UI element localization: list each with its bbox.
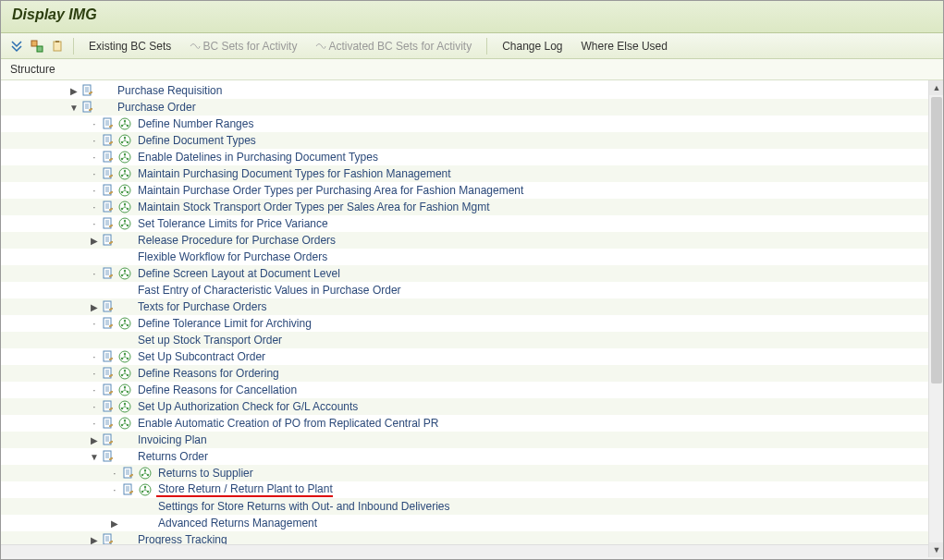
vertical-scrollbar[interactable]: ▲ ▼	[928, 80, 943, 557]
scroll-up-icon[interactable]: ▲	[929, 80, 943, 95]
tree-row[interactable]: ▼Purchase Order	[1, 99, 943, 116]
tree-node-label[interactable]: Settings for Store Returns with Out- and…	[156, 500, 450, 513]
tree-node-label[interactable]: Purchase Order	[116, 101, 196, 114]
execute-activity-icon[interactable]	[138, 482, 153, 497]
tree-row[interactable]: ·Set Up Subcontract Order	[1, 348, 943, 365]
tree-row[interactable]: ▶Invoicing Plan	[1, 432, 943, 448]
tree-row[interactable]: ·Set Up Authorization Check for G/L Acco…	[1, 398, 943, 415]
img-activity-doc-icon[interactable]	[101, 266, 116, 281]
execute-activity-icon[interactable]	[117, 183, 132, 198]
img-activity-doc-icon[interactable]	[101, 449, 116, 464]
tree-node-label[interactable]: Fast Entry of Characteristic Values in P…	[136, 284, 401, 297]
tree-node-label[interactable]: Enable Datelines in Purchasing Document …	[136, 151, 378, 164]
tree-row[interactable]: ▶Advanced Returns Management	[1, 515, 943, 531]
img-activity-doc-icon[interactable]	[80, 83, 95, 98]
tree-node-label[interactable]: Purchase Requisition	[116, 84, 222, 97]
img-activity-doc-icon[interactable]	[80, 100, 95, 115]
tree-node-label[interactable]: Returns Order	[136, 450, 208, 463]
img-activity-doc-icon[interactable]	[101, 349, 116, 364]
tree-row[interactable]: ·Define Screen Layout at Document Level	[1, 265, 943, 282]
tree-row[interactable]: ·Set Tolerance Limits for Price Variance	[1, 215, 943, 232]
tree-node-label[interactable]: Define Reasons for Ordering	[136, 367, 279, 380]
tree-row[interactable]: ·Returns to Supplier	[1, 465, 943, 481]
tree-row[interactable]: ·Define Document Types	[1, 132, 943, 149]
execute-activity-icon[interactable]	[117, 316, 132, 331]
expand-icon[interactable]: ▶	[67, 84, 80, 97]
node-icon[interactable]	[29, 38, 45, 55]
tree-node-label[interactable]: Set Up Authorization Check for G/L Accou…	[136, 400, 358, 413]
tree-row[interactable]: ·Enable Datelines in Purchasing Document…	[1, 149, 943, 165]
clipboard-icon[interactable]	[49, 38, 66, 55]
tree-node-label[interactable]: Returns to Supplier	[156, 467, 253, 480]
execute-activity-icon[interactable]	[138, 466, 153, 481]
tree-node-label[interactable]: Define Tolerance Limit for Archiving	[136, 317, 312, 330]
execute-activity-icon[interactable]	[117, 416, 132, 431]
img-activity-doc-icon[interactable]	[101, 183, 116, 198]
expand-icon[interactable]: ▶	[88, 433, 101, 446]
img-activity-doc-icon[interactable]	[101, 150, 116, 164]
tree-row[interactable]: ·Define Tolerance Limit for Archiving	[1, 315, 943, 332]
tree-node-label[interactable]: Maintain Purchase Order Types per Purcha…	[136, 184, 523, 197]
execute-activity-icon[interactable]	[117, 200, 132, 214]
horizontal-scrollbar[interactable]	[1, 544, 928, 557]
tree-node-label[interactable]: Advanced Returns Management	[156, 517, 317, 530]
tree-node-label[interactable]: Define Number Ranges	[136, 117, 253, 130]
tree-row[interactable]: ·Define Reasons for Ordering	[1, 365, 943, 382]
tree-node-label[interactable]: Set Tolerance Limits for Price Variance	[136, 217, 328, 230]
img-activity-doc-icon[interactable]	[101, 116, 116, 131]
execute-activity-icon[interactable]	[117, 383, 132, 397]
collapse-icon[interactable]: ▼	[67, 101, 80, 114]
tree-row[interactable]: ▼Returns Order	[1, 448, 943, 465]
tree-row[interactable]: ·Enable Automatic Creation of PO from Re…	[1, 415, 943, 432]
img-activity-doc-icon[interactable]	[101, 200, 116, 214]
execute-activity-icon[interactable]	[117, 116, 132, 131]
img-activity-doc-icon[interactable]	[101, 299, 116, 314]
tree-row[interactable]: ·Define Number Ranges	[1, 116, 943, 132]
img-activity-doc-icon[interactable]	[101, 366, 116, 381]
tree-node-label[interactable]: Define Document Types	[136, 134, 256, 147]
tree-node-label[interactable]: Store Return / Return Plant to Plant	[156, 482, 333, 497]
existing-bc-sets-button[interactable]: Existing BC Sets	[81, 38, 178, 55]
img-activity-doc-icon[interactable]	[101, 166, 116, 181]
execute-activity-icon[interactable]	[117, 349, 132, 364]
change-log-button[interactable]: Change Log	[495, 38, 570, 55]
expand-all-icon[interactable]	[8, 38, 25, 55]
img-activity-doc-icon[interactable]	[121, 466, 136, 481]
tree-node-label[interactable]: Texts for Purchase Orders	[136, 300, 266, 313]
tree-row[interactable]: ·Maintain Purchase Order Types per Purch…	[1, 182, 943, 199]
img-activity-doc-icon[interactable]	[101, 133, 116, 148]
execute-activity-icon[interactable]	[117, 366, 132, 381]
expand-icon[interactable]: ▶	[108, 517, 121, 530]
img-activity-doc-icon[interactable]	[101, 216, 116, 231]
img-activity-doc-icon[interactable]	[121, 482, 136, 497]
tree-row[interactable]: Set up Stock Transport Order	[1, 332, 943, 348]
tree-node-label[interactable]: Set up Stock Transport Order	[136, 334, 282, 347]
execute-activity-icon[interactable]	[117, 133, 132, 148]
tree-node-label[interactable]: Invoicing Plan	[136, 433, 207, 446]
expand-icon[interactable]: ▶	[88, 234, 101, 247]
img-activity-doc-icon[interactable]	[101, 233, 116, 248]
tree-row[interactable]: ·Store Return / Return Plant to Plant	[1, 481, 943, 498]
where-else-used-button[interactable]: Where Else Used	[574, 38, 675, 55]
tree-node-label[interactable]: Define Reasons for Cancellation	[136, 383, 297, 396]
tree-node-label[interactable]: Enable Automatic Creation of PO from Rep…	[136, 417, 439, 430]
collapse-icon[interactable]: ▼	[88, 450, 101, 463]
execute-activity-icon[interactable]	[117, 166, 132, 181]
tree-node-label[interactable]: Flexible Workflow for Purchase Orders	[136, 250, 327, 263]
tree-row[interactable]: Fast Entry of Characteristic Values in P…	[1, 282, 943, 298]
execute-activity-icon[interactable]	[117, 399, 132, 414]
tree-node-label[interactable]: Maintain Purchasing Document Types for F…	[136, 167, 451, 180]
img-activity-doc-icon[interactable]	[101, 432, 116, 447]
tree-node-label[interactable]: Set Up Subcontract Order	[136, 350, 265, 363]
tree-row[interactable]: ▶Texts for Purchase Orders	[1, 298, 943, 315]
execute-activity-icon[interactable]	[117, 266, 132, 281]
tree-row[interactable]: ·Maintain Stock Transport Order Types pe…	[1, 199, 943, 215]
tree-row[interactable]: ▶Purchase Requisition	[1, 82, 943, 99]
img-activity-doc-icon[interactable]	[101, 416, 116, 431]
img-activity-doc-icon[interactable]	[101, 399, 116, 414]
execute-activity-icon[interactable]	[117, 216, 132, 231]
tree-row[interactable]: ·Maintain Purchasing Document Types for …	[1, 165, 943, 182]
img-activity-doc-icon[interactable]	[101, 316, 116, 331]
img-activity-doc-icon[interactable]	[101, 383, 116, 397]
tree-row[interactable]: ▶Release Procedure for Purchase Orders	[1, 232, 943, 249]
